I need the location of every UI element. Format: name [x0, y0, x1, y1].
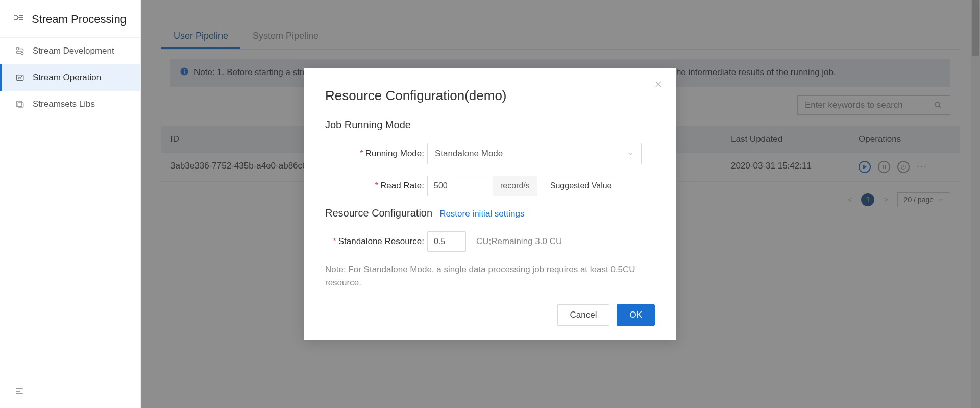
stream-processing-icon	[12, 12, 24, 26]
running-mode-label: *Running Mode:	[325, 149, 427, 159]
running-mode-select[interactable]: Standalone Mode	[427, 143, 642, 164]
sidebar-item-label: Streamsets Libs	[33, 99, 95, 109]
sidebar-item-streamsets-libs[interactable]: Streamsets Libs	[0, 91, 140, 117]
standalone-resource-label: *Standalone Resource:	[325, 236, 427, 247]
collapse-icon	[14, 386, 24, 396]
form-row-read-rate: *Read Rate: record/s Suggested Value	[325, 176, 655, 196]
close-icon	[654, 80, 663, 89]
sidebar-item-stream-operation[interactable]: Stream Operation	[0, 64, 140, 91]
sidebar-header: Stream Processing	[0, 0, 140, 38]
running-mode-value: Standalone Mode	[435, 149, 503, 159]
standalone-resource-hint: CU;Remaining 3.0 CU	[476, 236, 562, 247]
read-rate-label: *Read Rate:	[325, 181, 427, 191]
form-row-running-mode: *Running Mode: Standalone Mode	[325, 143, 655, 164]
suggested-value-button[interactable]: Suggested Value	[543, 176, 620, 196]
operation-icon	[14, 73, 26, 82]
development-icon	[14, 46, 26, 56]
modal-title: Resource Configuration(demo)	[325, 88, 655, 104]
modal-footer: Cancel OK	[325, 304, 655, 326]
standalone-resource-input[interactable]	[427, 231, 466, 252]
sidebar-title: Stream Processing	[32, 13, 127, 26]
sidebar-item-label: Stream Operation	[33, 73, 101, 83]
ok-button[interactable]: OK	[617, 304, 655, 326]
sidebar: Stream Processing Stream Development Str…	[0, 0, 141, 408]
sidebar-collapse-toggle[interactable]	[14, 386, 24, 398]
chevron-down-icon	[627, 150, 634, 157]
section-resource-configuration: Resource Configuration Restore initial s…	[325, 207, 655, 219]
restore-initial-settings-link[interactable]: Restore initial settings	[439, 209, 524, 219]
modal-close-button[interactable]	[654, 80, 663, 91]
svg-rect-3	[16, 101, 22, 107]
modal-note: Note: For Standalone Mode, a single data…	[325, 263, 655, 289]
resource-configuration-modal: Resource Configuration(demo) Job Running…	[304, 68, 676, 340]
svg-point-0	[16, 47, 19, 50]
form-row-standalone-resource: *Standalone Resource: CU;Remaining 3.0 C…	[325, 231, 655, 252]
sidebar-item-label: Stream Development	[33, 46, 114, 56]
read-rate-input[interactable]	[427, 176, 494, 196]
read-rate-unit: record/s	[493, 176, 537, 196]
section-job-running-mode: Job Running Mode	[325, 119, 655, 131]
svg-point-1	[21, 52, 23, 55]
libs-icon	[14, 100, 26, 109]
cancel-button[interactable]: Cancel	[557, 304, 610, 326]
sidebar-item-stream-development[interactable]: Stream Development	[0, 38, 140, 64]
